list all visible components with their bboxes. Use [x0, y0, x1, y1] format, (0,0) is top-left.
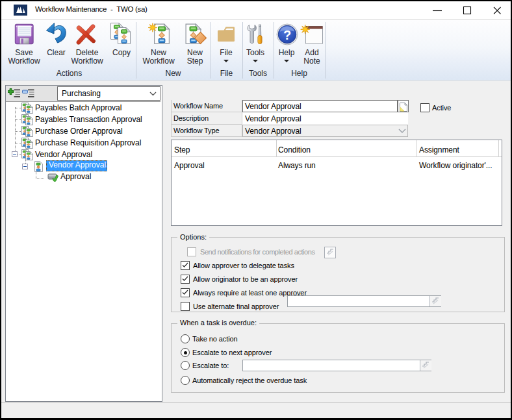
svg-text:?: ?	[283, 28, 291, 42]
